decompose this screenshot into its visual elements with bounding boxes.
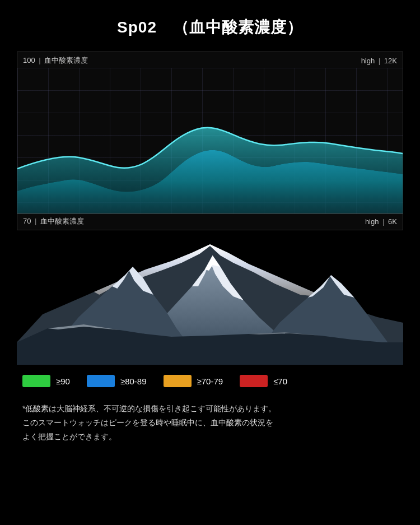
legend-item-90: ≥90 (22, 375, 70, 387)
description-section: *低酸素は大脳神経系、不可逆的な損傷を引き起こす可能性があります。 このスマート… (17, 393, 403, 450)
legend-color-80 (87, 375, 115, 387)
legend-color-90 (22, 375, 50, 387)
description-line-2: このスマートウォッチはピークを登る時や睡眠中に、血中酸素の状況を (22, 416, 398, 430)
chart-top-labels: 100 | 血中酸素濃度 high | 12K (17, 52, 403, 68)
legend-label-70: ≥70-79 (197, 377, 223, 386)
chart-bottom-labels: 70 | 血中酸素濃度 high | 6K (17, 213, 403, 230)
chart-section: 100 | 血中酸素濃度 high | 12K (17, 52, 403, 230)
title-area: Sp02 （血中酸素濃度） (17, 17, 403, 38)
legend-color-low (240, 375, 268, 387)
legend-label-low: ≤70 (273, 377, 287, 386)
page-wrapper: Sp02 （血中酸素濃度） 100 | 血中酸素濃度 high | 12K (0, 0, 420, 467)
chart-top-right: high | 12K (361, 57, 397, 65)
chart-bottom-left: 70 | 血中酸素濃度 (23, 216, 84, 226)
description-line-1: *低酸素は大脳神経系、不可逆的な損傷を引き起こす可能性があります。 (22, 402, 398, 416)
legend-item-low: ≤70 (240, 375, 287, 387)
chart-svg (17, 68, 403, 213)
mountain-section (17, 230, 403, 365)
description-line-3: よく把握ことができます。 (22, 430, 398, 444)
mountain-svg (17, 230, 403, 365)
legend-label-80: ≥80-89 (120, 377, 147, 386)
chart-bottom-right: high | 6K (365, 217, 397, 226)
page-title: Sp02 （血中酸素濃度） (117, 18, 303, 36)
legend-label-90: ≥90 (56, 377, 70, 386)
chart-top-left: 100 | 血中酸素濃度 (23, 55, 88, 66)
legend-item-80: ≥80-89 (87, 375, 147, 387)
legend-color-70 (164, 375, 192, 387)
legend-item-70: ≥70-79 (164, 375, 223, 387)
chart-container (17, 68, 403, 213)
legend-section: ≥90 ≥80-89 ≥70-79 ≤70 (17, 365, 403, 393)
